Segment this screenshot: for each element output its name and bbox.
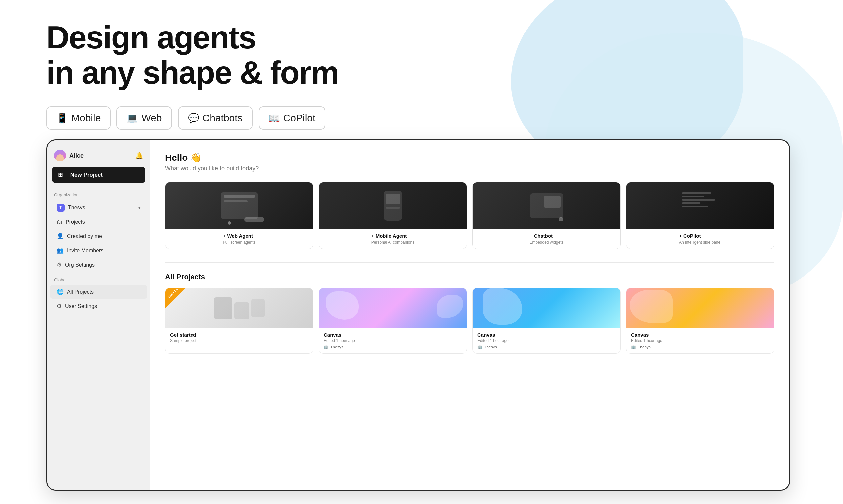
main-content: Hello 👋 What would you like to build tod…: [150, 140, 789, 490]
web-icon: 💻: [126, 113, 138, 124]
chatbot-mockup: [530, 193, 563, 218]
copilot-desc: An intelligent side panel: [679, 240, 721, 245]
building-icon: 🏢: [324, 345, 329, 349]
divider: [165, 262, 774, 263]
web-agent-desc: Full screen agents: [223, 240, 255, 245]
project-card-canvas-3[interactable]: Canvas Edited 1 hour ago 🏢 Thesys: [626, 288, 774, 354]
project-sub-canvas3: Edited 1 hour ago: [631, 338, 769, 343]
projects-grid: SAMPLE Get started Sample project: [165, 288, 774, 354]
copilot-icon: 📖: [269, 113, 280, 124]
project-card-canvas-2[interactable]: Canvas Edited 1 hour ago 🏢 Thesys: [472, 288, 621, 354]
sidebar-item-user-settings[interactable]: ⚙ User Settings: [50, 300, 148, 313]
sidebar: Alice 🔔 ⊞ + New Project Organization T T…: [48, 140, 150, 490]
tag-web[interactable]: 💻 Web: [117, 106, 172, 130]
project-thumb-sample: SAMPLE: [165, 288, 313, 328]
org-selector[interactable]: T Thesys ▾: [50, 200, 148, 215]
agent-preview-mobile: [319, 182, 467, 229]
group-icon: 👥: [57, 247, 64, 254]
agent-card-copilot[interactable]: + CoPilot An intelligent side panel: [626, 182, 774, 249]
globe-icon: 🌐: [57, 288, 64, 295]
chatbot-desc: Embedded widgets: [529, 240, 563, 245]
avatar-inner: [54, 149, 66, 161]
agent-preview-copilot: [626, 182, 774, 229]
agent-card-web[interactable]: + Web Agent Full screen agents: [165, 182, 313, 249]
tag-mobile[interactable]: 📱 Mobile: [47, 106, 110, 130]
project-card-get-started[interactable]: SAMPLE Get started Sample project: [165, 288, 313, 354]
building-icon-2: 🏢: [477, 345, 482, 349]
web-agent-label: + Web Agent: [223, 233, 255, 239]
agent-preview-chatbot: [472, 182, 620, 229]
sidebar-item-invite-members[interactable]: 👥 Invite Members: [50, 244, 148, 257]
sidebar-item-projects[interactable]: 🗂 Projects: [50, 216, 148, 229]
copilot-mockup: [682, 192, 719, 219]
org-badge: T: [57, 203, 65, 212]
new-project-icon: ⊞: [58, 172, 63, 178]
settings-icon: ⚙: [57, 303, 62, 310]
tag-copilot[interactable]: 📖 CoPilot: [259, 106, 326, 130]
user-info: Alice: [54, 149, 84, 161]
project-name-canvas2: Canvas: [477, 332, 616, 338]
bell-icon[interactable]: 🔔: [135, 151, 143, 160]
project-thumb-canvas3: [626, 288, 774, 328]
gear-icon: ⚙: [57, 261, 62, 268]
greeting: Hello 👋: [165, 152, 774, 163]
greeting-sub: What would you like to build today?: [165, 165, 774, 172]
app-window: Alice 🔔 ⊞ + New Project Organization T T…: [47, 139, 790, 491]
project-thumb-canvas2: [472, 288, 620, 328]
chatbots-icon: 💬: [188, 113, 200, 124]
org-section-label: Organization: [48, 192, 150, 200]
mobile-mockup: [384, 191, 402, 220]
copilot-label: + CoPilot: [679, 233, 721, 239]
mobile-agent-label: + Mobile Agent: [372, 233, 414, 239]
mobile-icon: 📱: [56, 113, 68, 124]
hero-tags: 📱 Mobile 💻 Web 💬 Chatbots 📖 CoPilot: [47, 106, 339, 130]
new-project-button[interactable]: ⊞ + New Project: [52, 167, 145, 183]
hero-title: Design agents in any shape & form: [47, 20, 339, 90]
project-sub-canvas1: Edited 1 hour ago: [324, 338, 462, 343]
user-name: Alice: [69, 152, 84, 159]
hero-section: Design agents in any shape & form 📱 Mobi…: [47, 20, 339, 130]
sidebar-item-created-by-me[interactable]: 👤 Created by me: [50, 230, 148, 243]
web-mockup: [221, 192, 258, 219]
avatar: [54, 149, 66, 161]
agent-preview-web: [165, 182, 313, 229]
person-icon: 👤: [57, 233, 64, 240]
avatar-figure: [56, 154, 64, 161]
projects-icon: 🗂: [57, 219, 63, 226]
project-sub-canvas2: Edited 1 hour ago: [477, 338, 616, 343]
project-org-canvas1: 🏢 Thesys: [324, 345, 462, 349]
chatbot-label: + Chatbot: [529, 233, 563, 239]
agent-card-chatbot[interactable]: + Chatbot Embedded widgets: [472, 182, 621, 249]
tag-chatbots[interactable]: 💬 Chatbots: [178, 106, 253, 130]
building-icon-3: 🏢: [631, 345, 636, 349]
sidebar-item-org-settings[interactable]: ⚙ Org Settings: [50, 258, 148, 272]
sidebar-header: Alice 🔔: [48, 147, 150, 167]
project-name-canvas1: Canvas: [324, 332, 462, 338]
project-thumb-canvas1: [319, 288, 467, 328]
project-org-canvas3: 🏢 Thesys: [631, 345, 769, 349]
chevron-down-icon: ▾: [138, 205, 141, 210]
sidebar-item-all-projects[interactable]: 🌐 All Projects: [50, 285, 148, 299]
agent-grid: + Web Agent Full screen agents + Mobile …: [165, 182, 774, 249]
mobile-agent-desc: Personal AI companions: [372, 240, 414, 245]
project-name-canvas3: Canvas: [631, 332, 769, 338]
project-name-get-started: Get started: [170, 332, 308, 338]
project-card-canvas-1[interactable]: Canvas Edited 1 hour ago 🏢 Thesys: [319, 288, 467, 354]
global-section-label: Global: [48, 277, 150, 285]
project-org-canvas2: 🏢 Thesys: [477, 345, 616, 349]
org-name: Thesys: [68, 204, 85, 211]
agent-card-mobile[interactable]: + Mobile Agent Personal AI companions: [319, 182, 467, 249]
all-projects-title: All Projects: [165, 273, 774, 281]
project-sub-get-started: Sample project: [170, 338, 308, 343]
